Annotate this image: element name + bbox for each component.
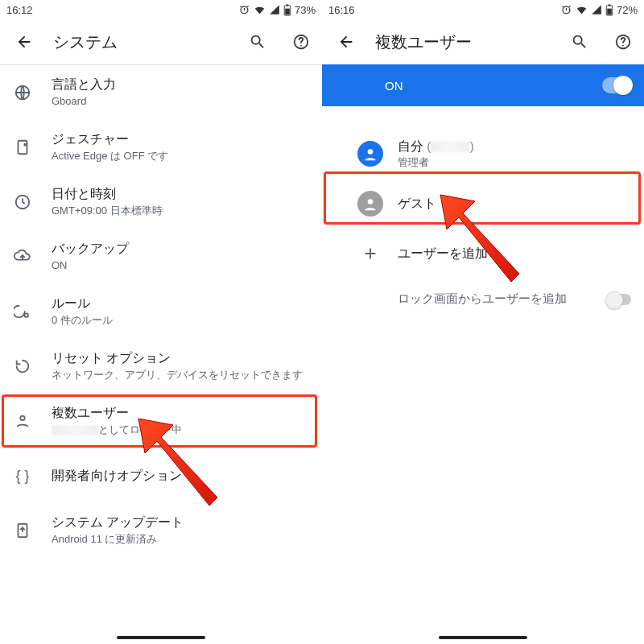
- reset-icon: [14, 357, 31, 375]
- lock-label: ロック画面からユーザーを追加: [398, 291, 567, 307]
- page-title: システム: [53, 31, 229, 53]
- row-title: 日付と時刻: [52, 186, 309, 202]
- svg-rect-13: [607, 8, 612, 14]
- avatar-self: [357, 141, 383, 167]
- status-icons: 73%: [238, 4, 316, 16]
- row-multiuser[interactable]: 複数ユーザー としてログイン中: [0, 394, 322, 448]
- row-title: 複数ユーザー: [52, 405, 309, 421]
- signal-icon: [269, 4, 280, 15]
- svg-rect-12: [609, 4, 611, 6]
- alarm-icon: [238, 4, 250, 16]
- row-reset[interactable]: リセット オプション ネットワーク、アプリ、デバイスをリセットできます: [0, 339, 322, 394]
- status-bar: 16:12 73%: [0, 0, 322, 19]
- toggle-on-icon: [602, 77, 631, 93]
- wifi-icon: [576, 4, 588, 16]
- svg-rect-2: [285, 8, 290, 14]
- user-self-title: 自分 (): [398, 138, 628, 155]
- row-title: 開発者向けオプション: [52, 468, 309, 484]
- avatar-guest: [357, 191, 383, 217]
- help-icon: [292, 33, 310, 51]
- plus-icon: [357, 241, 383, 266]
- search-button[interactable]: [565, 27, 594, 56]
- user-self-sub: 管理者: [398, 155, 628, 170]
- row-title: ジェスチャー: [52, 131, 309, 147]
- row-sub: としてログイン中: [52, 423, 309, 437]
- battery-icon: [283, 4, 291, 16]
- globe-icon: [14, 84, 31, 101]
- user-guest-row[interactable]: ゲスト: [322, 179, 644, 229]
- status-time: 16:12: [6, 4, 33, 16]
- row-language[interactable]: 言語と入力 Gboard: [0, 65, 322, 120]
- row-title: 言語と入力: [52, 76, 309, 93]
- row-gesture[interactable]: ジェスチャー Active Edge は OFF です: [0, 120, 322, 175]
- gesture-icon: [14, 138, 31, 156]
- backup-icon: [14, 248, 31, 266]
- left-pane: 16:12 73% システム 言語と入力 Gboard: [0, 0, 322, 644]
- svg-rect-6: [19, 141, 27, 155]
- svg-point-8: [24, 313, 28, 317]
- page-title: 複数ユーザー: [375, 31, 551, 53]
- battery-icon: [605, 4, 613, 16]
- row-sub: Active Edge は OFF です: [52, 150, 309, 163]
- row-sub: ON: [52, 259, 309, 273]
- svg-point-17: [368, 199, 374, 204]
- navbar-handle[interactable]: [117, 636, 205, 639]
- search-icon: [249, 33, 266, 51]
- search-icon: [571, 33, 588, 51]
- status-bar: 16:16 72%: [322, 0, 644, 19]
- wifi-icon: [254, 4, 266, 16]
- battery-text: 72%: [617, 4, 638, 16]
- help-icon: [614, 33, 632, 51]
- switch-label: ON: [385, 79, 403, 93]
- row-update[interactable]: システム アップデート Android 11 に更新済み: [0, 503, 322, 558]
- row-backup[interactable]: バックアップ ON: [0, 229, 322, 284]
- row-title: バックアップ: [52, 241, 309, 257]
- svg-point-15: [622, 45, 624, 47]
- master-switch[interactable]: ON: [322, 64, 644, 106]
- arrow-back-icon: [337, 33, 355, 51]
- app-bar: 複数ユーザー: [322, 19, 644, 64]
- row-title: ルール: [52, 295, 309, 312]
- row-title: リセット オプション: [52, 350, 309, 366]
- svg-point-16: [368, 149, 374, 155]
- settings-list: 言語と入力 Gboard ジェスチャー Active Edge は OFF です…: [0, 65, 322, 644]
- row-sub: ネットワーク、アプリ、デバイスをリセットできます: [52, 369, 309, 382]
- navbar-handle[interactable]: [439, 636, 527, 639]
- row-datetime[interactable]: 日付と時刻 GMT+09:00 日本標準時: [0, 175, 322, 229]
- right-pane: 16:16 72% 複数ユーザー ON 自分 (): [322, 0, 644, 644]
- alarm-icon: [560, 4, 572, 16]
- user-self-row[interactable]: 自分 () 管理者: [322, 129, 644, 179]
- signal-icon: [591, 4, 602, 15]
- row-sub: Gboard: [52, 95, 309, 109]
- back-button[interactable]: [10, 27, 39, 56]
- arrow-back-icon: [15, 33, 33, 51]
- app-bar: システム: [0, 19, 322, 64]
- status-time: 16:16: [328, 4, 355, 16]
- row-developer[interactable]: { } 開発者向けオプション: [0, 448, 322, 503]
- svg-rect-1: [287, 4, 289, 6]
- row-sub: Android 11 に更新済み: [52, 533, 309, 547]
- search-button[interactable]: [243, 27, 272, 56]
- back-button[interactable]: [332, 27, 361, 56]
- update-icon: [14, 522, 31, 539]
- svg-point-4: [300, 45, 302, 47]
- braces-icon: { }: [11, 468, 34, 485]
- help-button[interactable]: [287, 27, 316, 56]
- status-icons: 72%: [560, 4, 638, 16]
- lock-screen-add-row[interactable]: ロック画面からユーザーを追加: [322, 279, 644, 320]
- add-user-title: ユーザーを追加: [398, 246, 628, 262]
- svg-point-9: [20, 416, 25, 421]
- user-guest-title: ゲスト: [398, 196, 628, 213]
- row-title: システム アップデート: [52, 514, 309, 530]
- battery-text: 73%: [295, 4, 316, 16]
- row-rules[interactable]: ルール 0 件のルール: [0, 284, 322, 339]
- help-button[interactable]: [609, 27, 638, 56]
- row-sub: 0 件のルール: [52, 314, 309, 328]
- toggle-off-icon: [607, 294, 631, 305]
- person-icon: [14, 412, 31, 430]
- row-sub: GMT+09:00 日本標準時: [52, 204, 309, 218]
- clock-icon: [14, 193, 31, 211]
- rules-icon: [14, 303, 31, 320]
- add-user-row[interactable]: ユーザーを追加: [322, 229, 644, 279]
